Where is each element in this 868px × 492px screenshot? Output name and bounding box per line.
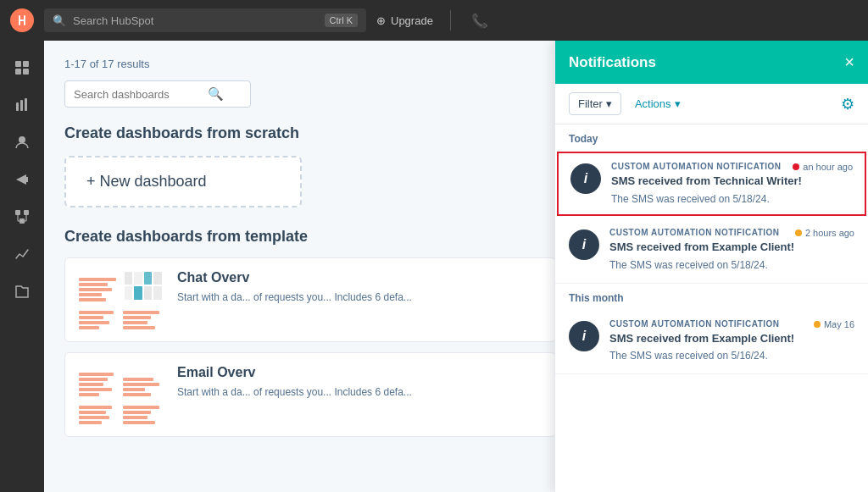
notification-top-row-1: CUSTOM AUTOMATION NOTIFICATION an hour a… bbox=[611, 162, 853, 174]
upgrade-button[interactable]: ⊕ Upgrade bbox=[376, 14, 433, 27]
notification-avatar-1: i bbox=[570, 163, 601, 194]
filter-chevron-icon: ▾ bbox=[606, 97, 612, 110]
svg-point-8 bbox=[19, 136, 25, 143]
unread-dot-3 bbox=[814, 321, 821, 328]
notification-header: Notifications × bbox=[555, 41, 868, 84]
notification-body-text-2: The SMS was received on 5/18/24. bbox=[609, 258, 854, 273]
unread-dot-1 bbox=[793, 163, 799, 170]
search-bar[interactable]: 🔍 Search HubSpot Ctrl K bbox=[44, 8, 366, 32]
mini-chart-e1 bbox=[79, 365, 120, 396]
mini-chart-1 bbox=[79, 270, 120, 301]
date-group-today: Today bbox=[555, 124, 868, 150]
notification-subject-2: SMS received from Example Client! bbox=[609, 240, 854, 255]
search-shortcut: Ctrl K bbox=[325, 14, 359, 27]
template-info-chat: Chat Overv Start with a da... of request… bbox=[177, 270, 542, 305]
new-dashboard-button[interactable]: + New dashboard bbox=[64, 156, 302, 207]
svg-rect-9 bbox=[15, 210, 20, 215]
notification-top-row-2: CUSTOM AUTOMATION NOTIFICATION 2 hours a… bbox=[609, 228, 854, 240]
sidebar-item-analytics[interactable] bbox=[5, 237, 39, 271]
gear-icon: ⚙ bbox=[841, 96, 854, 113]
mini-chart-3 bbox=[79, 304, 120, 330]
mini-chart-e3 bbox=[79, 399, 120, 425]
actions-button[interactable]: Actions ▾ bbox=[628, 93, 687, 114]
mini-chart-2 bbox=[123, 270, 164, 301]
template-card-email[interactable]: Email Overv Start with a da... of reques… bbox=[64, 352, 556, 437]
sidebar-item-marketing[interactable] bbox=[5, 163, 39, 196]
notification-type-3: CUSTOM AUTOMATION NOTIFICATION bbox=[609, 319, 780, 329]
sidebar-item-files[interactable] bbox=[5, 274, 39, 308]
sidebar-item-contacts[interactable] bbox=[5, 125, 39, 159]
main-layout: 1-17 of 17 results 🔍 Create dashboards f… bbox=[0, 41, 868, 492]
template-desc-chat: Start with a da... of requests you... In… bbox=[177, 290, 542, 305]
mini-chart-e2 bbox=[123, 365, 164, 396]
info-icon-1: i bbox=[584, 171, 587, 186]
template-preview-chat bbox=[79, 270, 164, 329]
sidebar bbox=[0, 41, 44, 492]
filter-button[interactable]: Filter ▾ bbox=[569, 92, 621, 115]
notification-panel: Notifications × Filter ▾ Actions ▾ ⚙ Tod bbox=[554, 41, 868, 492]
sidebar-item-grid[interactable] bbox=[5, 51, 39, 85]
settings-gear-button[interactable]: ⚙ bbox=[841, 95, 854, 113]
notification-time-1: an hour ago bbox=[793, 162, 853, 172]
notification-item-3[interactable]: i CUSTOM AUTOMATION NOTIFICATION May 16 … bbox=[555, 309, 868, 374]
notification-subject-3: SMS received from Example Client! bbox=[609, 331, 854, 346]
template-name-chat: Chat Overv bbox=[177, 270, 542, 285]
notification-avatar-3: i bbox=[569, 321, 599, 351]
template-info-email: Email Overv Start with a da... of reques… bbox=[177, 365, 542, 400]
notification-body-text-3: The SMS was received on 5/16/24. bbox=[609, 349, 854, 363]
search-dashboards-icon[interactable]: 🔍 bbox=[208, 86, 224, 102]
svg-rect-10 bbox=[24, 210, 29, 215]
mini-chart-e4 bbox=[123, 399, 164, 425]
notification-subject-1: SMS received from Technical Writer! bbox=[611, 174, 853, 189]
notification-time-3: May 16 bbox=[814, 319, 854, 329]
info-icon-3: i bbox=[582, 329, 586, 344]
actions-chevron-icon: ▾ bbox=[675, 97, 681, 110]
notification-close-button[interactable]: × bbox=[844, 53, 854, 72]
sidebar-item-reports[interactable] bbox=[5, 88, 39, 122]
unread-dot-2 bbox=[795, 229, 802, 236]
phone-icon[interactable]: 📞 bbox=[468, 9, 492, 32]
notification-toolbar: Filter ▾ Actions ▾ ⚙ bbox=[555, 84, 868, 124]
template-preview-email bbox=[79, 365, 164, 424]
top-navbar: 🔍 Search HubSpot Ctrl K ⊕ Upgrade 📞 bbox=[0, 0, 868, 41]
template-name-email: Email Overv bbox=[177, 365, 542, 380]
notification-body: Today i CUSTOM AUTOMATION NOTIFICATION a… bbox=[555, 124, 868, 492]
notification-content-3: CUSTOM AUTOMATION NOTIFICATION May 16 SM… bbox=[609, 319, 854, 363]
upgrade-icon: ⊕ bbox=[376, 14, 386, 27]
hubspot-logo[interactable] bbox=[10, 8, 34, 32]
notification-top-row-3: CUSTOM AUTOMATION NOTIFICATION May 16 bbox=[609, 319, 854, 331]
search-dashboards-field[interactable]: 🔍 bbox=[64, 80, 251, 108]
svg-rect-3 bbox=[15, 69, 21, 75]
nav-divider bbox=[450, 10, 451, 30]
info-icon-2: i bbox=[582, 237, 586, 252]
notification-content-1: CUSTOM AUTOMATION NOTIFICATION an hour a… bbox=[611, 162, 853, 206]
template-desc-email: Start with a da... of requests you... In… bbox=[177, 385, 542, 400]
search-dashboards-input[interactable] bbox=[74, 88, 201, 101]
svg-rect-2 bbox=[23, 61, 29, 67]
template-card-chat[interactable]: Chat Overv Start with a da... of request… bbox=[64, 257, 556, 342]
date-group-month: This month bbox=[555, 284, 868, 309]
svg-rect-6 bbox=[20, 100, 23, 111]
content-area: 1-17 of 17 results 🔍 Create dashboards f… bbox=[44, 41, 868, 492]
notification-avatar-2: i bbox=[569, 229, 599, 260]
search-placeholder: Search HubSpot bbox=[73, 14, 153, 27]
svg-rect-7 bbox=[25, 98, 27, 111]
notification-type-2: CUSTOM AUTOMATION NOTIFICATION bbox=[609, 228, 780, 237]
mini-chart-4 bbox=[123, 304, 164, 330]
sidebar-item-crm[interactable] bbox=[5, 200, 39, 234]
notification-title: Notifications bbox=[569, 54, 656, 71]
notification-item-1[interactable]: i CUSTOM AUTOMATION NOTIFICATION an hour… bbox=[557, 152, 866, 216]
notification-item-2[interactable]: i CUSTOM AUTOMATION NOTIFICATION 2 hours… bbox=[555, 218, 868, 283]
svg-rect-1 bbox=[15, 61, 21, 67]
svg-rect-4 bbox=[23, 69, 29, 75]
notification-type-1: CUSTOM AUTOMATION NOTIFICATION bbox=[611, 162, 782, 171]
search-icon: 🔍 bbox=[53, 14, 66, 27]
svg-rect-5 bbox=[16, 102, 19, 111]
notification-time-2: 2 hours ago bbox=[795, 228, 854, 238]
notification-body-text-1: The SMS was received on 5/18/24. bbox=[611, 192, 853, 207]
notification-content-2: CUSTOM AUTOMATION NOTIFICATION 2 hours a… bbox=[609, 228, 854, 272]
